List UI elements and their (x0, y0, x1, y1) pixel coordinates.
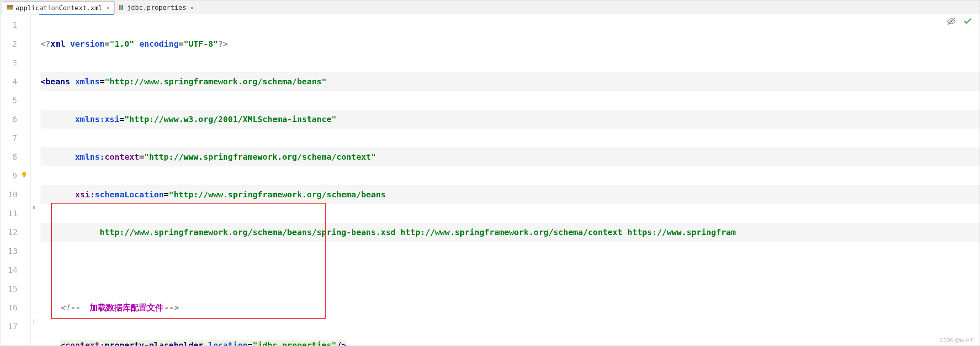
fold-end-icon[interactable]: ⌊ (32, 319, 36, 324)
properties-file-icon (118, 5, 124, 11)
editor-tab-bar: applicationContext.xml × jdbc.properties… (0, 0, 980, 14)
close-icon[interactable]: × (190, 5, 194, 11)
code-area[interactable]: <?xml version="1.0" encoding="UTF-8"?> <… (39, 14, 980, 346)
xml-file-icon (7, 5, 13, 11)
code-editor[interactable]: 1 2 3 4 5 6 7 8 9 10 11 12 13 14 15 16 1… (0, 14, 980, 346)
close-icon[interactable]: × (106, 5, 110, 11)
inspection-rail (947, 17, 972, 28)
tab-label: applicationContext.xml (16, 4, 102, 12)
intention-bulb-icon[interactable] (20, 166, 28, 185)
tab-applicationcontext[interactable]: applicationContext.xml × (3, 1, 114, 14)
fold-toggle-icon[interactable]: ⊟ (32, 36, 36, 41)
fold-toggle-icon[interactable]: ⊟ (32, 205, 36, 210)
inspection-ok-icon[interactable] (963, 17, 972, 28)
svg-rect-5 (122, 5, 123, 10)
tab-label: jdbc.properties (127, 4, 186, 11)
svg-rect-3 (119, 5, 120, 10)
svg-rect-4 (120, 5, 122, 10)
watermark: CSDN @白豆五 (939, 337, 975, 344)
svg-rect-1 (7, 5, 13, 7)
svg-rect-2 (7, 7, 13, 9)
line-number-gutter: 1 2 3 4 5 6 7 8 9 10 11 12 13 14 15 16 1… (0, 14, 31, 346)
reader-mode-icon[interactable] (947, 17, 956, 28)
fold-column: ⊟ ⊟ ⌊ (31, 14, 39, 346)
svg-rect-7 (23, 176, 25, 177)
svg-point-6 (22, 172, 26, 176)
tab-jdbcproperties[interactable]: jdbc.properties × (114, 1, 198, 14)
